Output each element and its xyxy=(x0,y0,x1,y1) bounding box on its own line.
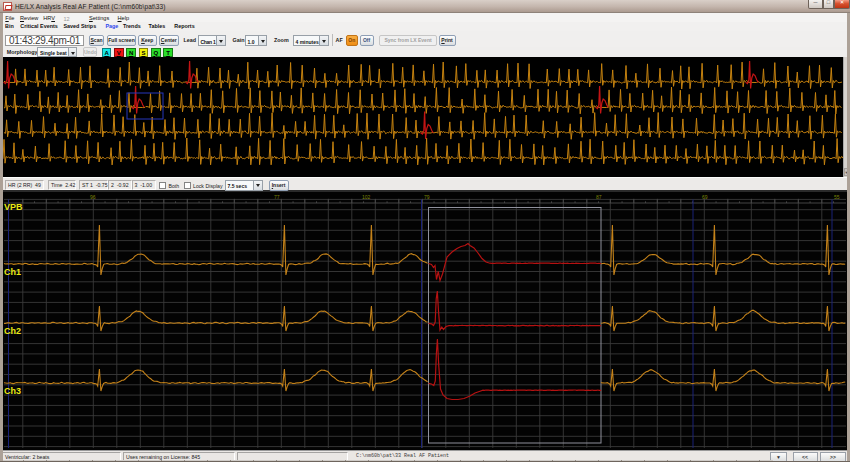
svg-text:87: 87 xyxy=(596,194,602,200)
svg-text:102: 102 xyxy=(362,194,371,200)
svg-text:69: 69 xyxy=(702,194,708,200)
svg-text:Ch1: Ch1 xyxy=(4,267,21,277)
svg-text:VPB: VPB xyxy=(4,202,23,212)
svg-text:Ch2: Ch2 xyxy=(4,326,21,336)
svg-text:77: 77 xyxy=(274,194,280,200)
svg-text:79: 79 xyxy=(424,194,430,200)
svg-text:Ch3: Ch3 xyxy=(4,386,21,396)
svg-text:96: 96 xyxy=(90,194,96,200)
svg-text:55: 55 xyxy=(834,194,840,200)
